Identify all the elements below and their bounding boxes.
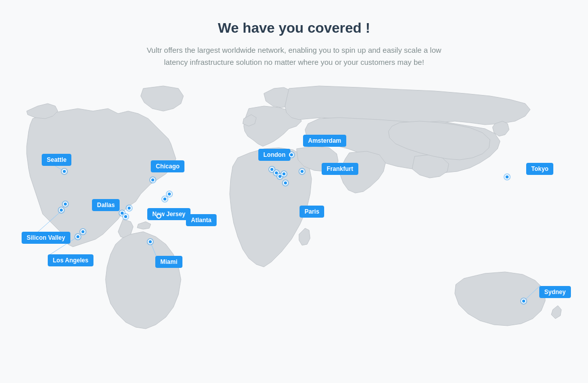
label-london[interactable]: London — [258, 149, 290, 161]
dot-frankfurt — [300, 169, 305, 174]
page-title: We have you covered ! — [138, 20, 450, 36]
label-paris[interactable]: Paris — [300, 206, 324, 218]
dot-silicon-valley-2 — [63, 202, 68, 207]
dot-chicago — [150, 177, 155, 182]
dot-new-jersey — [167, 191, 172, 197]
dot-seattle — [62, 169, 67, 174]
label-frankfurt[interactable]: Frankfurt — [322, 163, 358, 175]
dot-london-4 — [281, 171, 286, 176]
label-sydney[interactable]: Sydney — [539, 286, 571, 298]
dot-amsterdam — [289, 152, 294, 157]
label-seattle[interactable]: Seattle — [42, 154, 71, 166]
dot-sydney — [521, 299, 526, 304]
world-map — [18, 78, 570, 360]
dot-tokyo — [505, 174, 510, 179]
label-los-angeles[interactable]: Los Angeles — [48, 254, 93, 266]
dot-miami — [148, 239, 153, 244]
label-amsterdam[interactable]: Amsterdam — [303, 135, 346, 147]
label-new-jersey[interactable]: New Jersey — [147, 208, 190, 220]
dot-london — [269, 167, 274, 172]
page-description: Vultr offers the largest worldwide netwo… — [138, 44, 450, 68]
dot-paris — [283, 180, 288, 185]
label-chicago[interactable]: Chicago — [151, 160, 184, 172]
label-atlanta[interactable]: Atlanta — [186, 214, 217, 226]
label-silicon-valley[interactable]: Silicon Valley — [22, 232, 70, 244]
dot-new-jersey-2 — [162, 197, 167, 202]
label-dallas[interactable]: Dallas — [92, 199, 120, 211]
page-header: We have you covered ! Vultr offers the l… — [128, 0, 460, 78]
dot-silicon-valley — [59, 208, 64, 213]
map-container: Seattle Silicon Valley Los Angeles Dalla… — [18, 78, 570, 360]
dot-dallas-3 — [123, 214, 128, 219]
dot-dallas-2 — [127, 206, 132, 211]
dot-los-angeles-2 — [80, 229, 85, 234]
label-miami[interactable]: Miami — [155, 256, 182, 268]
dot-los-angeles — [75, 234, 80, 239]
label-tokyo[interactable]: Tokyo — [526, 163, 553, 175]
dot-atlanta — [156, 214, 161, 219]
